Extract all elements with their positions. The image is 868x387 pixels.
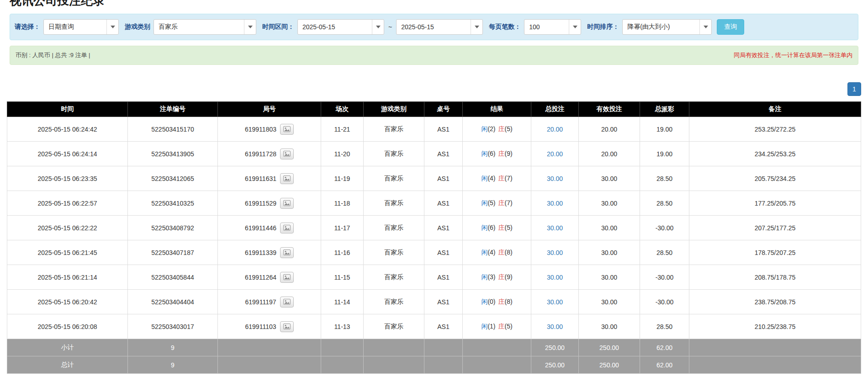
date-range-label: 时间区间： [262, 23, 294, 31]
cell-time: 2025-05-15 06:24:42 [7, 117, 128, 142]
game-type-label: 游戏类别 [125, 23, 150, 31]
total-count: 9 [128, 356, 218, 374]
round-id-text: 619911197 [245, 298, 276, 306]
game-type-select[interactable]: 百家乐 [153, 19, 256, 35]
table-header-row: 时间 注单编号 局号 场次 游戏类别 桌号 结果 总投注 有效投注 总派彩 备注 [7, 102, 861, 117]
total-bet-link[interactable]: 30.00 [547, 274, 563, 281]
roadmap-icon [283, 151, 291, 157]
header-remark: 备注 [689, 102, 861, 117]
roadmap-icon-button[interactable] [280, 247, 294, 258]
total-bet-link[interactable]: 20.00 [547, 126, 563, 133]
roadmap-icon-button[interactable] [280, 297, 294, 307]
header-result: 结果 [463, 102, 531, 117]
roadmap-icon-button[interactable] [280, 173, 294, 184]
cell-round-id: 619911529 [218, 191, 321, 216]
subtotal-total-bet: 250.00 [531, 339, 579, 356]
cell-session: 11-20 [321, 142, 364, 166]
subtotal-count: 9 [128, 339, 218, 356]
date-to-value: 2025-05-15 [401, 23, 434, 31]
cell-session: 11-16 [321, 240, 364, 265]
cell-round-id: 619911103 [218, 314, 321, 339]
cell-table-no: AS1 [424, 142, 463, 166]
total-bet-link[interactable]: 30.00 [547, 200, 563, 207]
roadmap-icon-button[interactable] [280, 223, 294, 233]
subtotal-payout: 62.00 [640, 339, 689, 356]
cell-bet-id: 522503410325 [128, 191, 218, 216]
cell-valid-bet: 20.00 [579, 117, 640, 142]
chevron-down-icon [244, 20, 256, 34]
cell-game-type: 百家乐 [364, 166, 424, 191]
cell-time: 2025-05-15 06:20:42 [7, 290, 128, 314]
cell-valid-bet: 30.00 [579, 290, 640, 314]
header-table-no: 桌号 [424, 102, 463, 117]
cell-result: 闲(4)庄(7) [463, 166, 531, 191]
cell-payout: 19.00 [640, 117, 689, 142]
cell-remark: 238.75/208.75 [689, 290, 861, 314]
roadmap-icon-button[interactable] [280, 148, 294, 159]
total-bet-link[interactable]: 30.00 [547, 323, 563, 330]
cell-game-type: 百家乐 [364, 314, 424, 339]
page-size-select[interactable]: 100 [524, 19, 581, 35]
total-bet-link[interactable]: 30.00 [547, 175, 563, 182]
cell-game-type: 百家乐 [364, 265, 424, 290]
result-player: 闲 [481, 125, 487, 133]
summary-bar: 币别 : 人民币 | 总共 :9 注单 | 同局有效投注，统一计算在该局第一张注… [10, 46, 858, 65]
time-sort-select[interactable]: 降幂(由大到小) [622, 19, 712, 35]
total-bet-link[interactable]: 30.00 [547, 224, 563, 232]
cell-round-id: 619911264 [218, 265, 321, 290]
cell-remark: 253.25/272.25 [689, 117, 861, 142]
query-type-select[interactable]: 日期查询 [43, 19, 119, 35]
date-from-value: 2025-05-15 [302, 23, 335, 31]
total-label: 总计 [7, 356, 128, 374]
cell-bet-id: 522503407187 [128, 240, 218, 265]
subtotal-valid-bet: 250.00 [579, 339, 640, 356]
cell-total-bet: 30.00 [531, 191, 579, 216]
cell-remark: 205.75/234.25 [689, 166, 861, 191]
total-bet-link[interactable]: 30.00 [547, 249, 563, 256]
table-row: 2025-05-15 06:22:57522503410325619911529… [7, 191, 861, 216]
cell-session: 11-18 [321, 191, 364, 216]
query-type-label: 请选择： [15, 23, 40, 31]
roadmap-icon [283, 274, 291, 280]
total-bet-link[interactable]: 30.00 [547, 298, 563, 306]
round-id-text: 619911631 [245, 175, 276, 182]
cell-game-type: 百家乐 [364, 142, 424, 166]
page-title: 视讯公司投注纪录 [10, 0, 861, 7]
roadmap-icon-button[interactable] [280, 272, 294, 283]
game-type-value: 百家乐 [159, 23, 178, 31]
roadmap-icon [283, 299, 291, 305]
cell-result: 闲(5)庄(7) [463, 191, 531, 216]
result-player: 闲 [481, 323, 487, 330]
table-row: 2025-05-15 06:20:42522503404404619911197… [7, 290, 861, 314]
total-bet-link[interactable]: 20.00 [547, 150, 563, 158]
records-table: 时间 注单编号 局号 场次 游戏类别 桌号 结果 总投注 有效投注 总派彩 备注… [7, 101, 861, 374]
search-button[interactable]: 查询 [717, 19, 744, 35]
chevron-down-icon [372, 20, 384, 34]
cell-game-type: 百家乐 [364, 216, 424, 240]
cell-remark: 177.25/205.75 [689, 191, 861, 216]
result-player: 闲 [481, 199, 487, 207]
round-id-text: 619911728 [245, 150, 276, 158]
result-banker: 庄 [498, 199, 505, 207]
header-total-bet: 总投注 [531, 102, 579, 117]
chevron-down-icon [699, 20, 711, 34]
page-size-label: 每页笔数： [489, 23, 521, 31]
round-id-text: 619911529 [245, 200, 276, 207]
date-to-select[interactable]: 2025-05-15 [396, 19, 483, 35]
header-round-id: 局号 [218, 102, 321, 117]
cell-total-bet: 30.00 [531, 166, 579, 191]
cell-session: 11-19 [321, 166, 364, 191]
cell-payout: 28.50 [640, 240, 689, 265]
result-player: 闲 [481, 273, 487, 281]
page-button-1[interactable]: 1 [847, 82, 861, 96]
roadmap-icon [283, 175, 291, 181]
roadmap-icon-button[interactable] [280, 198, 294, 209]
cell-time: 2025-05-15 06:21:45 [7, 240, 128, 265]
total-total-bet: 250.00 [531, 356, 579, 374]
cell-session: 11-14 [321, 290, 364, 314]
summary-notice: 同局有效投注，统一计算在该局第一张注单内 [734, 51, 852, 59]
date-from-select[interactable]: 2025-05-15 [297, 19, 384, 35]
roadmap-icon-button[interactable] [280, 321, 294, 332]
cell-valid-bet: 30.00 [579, 240, 640, 265]
roadmap-icon-button[interactable] [280, 124, 294, 135]
